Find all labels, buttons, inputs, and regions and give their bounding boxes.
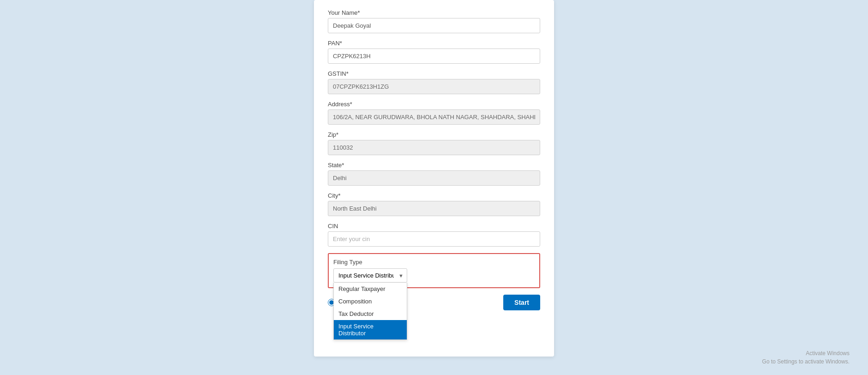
city-label: City* [328,192,540,199]
your-name-input[interactable] [328,18,540,33]
pan-group: PAN* [328,40,540,64]
pan-input[interactable] [328,48,540,64]
pan-label: PAN* [328,40,540,47]
windows-watermark: Activate Windows Go to Settings to activ… [762,349,850,366]
start-button[interactable]: Start [503,295,540,310]
address-group: Address* [328,101,540,125]
watermark-line2: Go to Settings to activate Windows. [762,357,850,366]
zip-label: Zip* [328,131,540,138]
gstin-label: GSTIN* [328,70,540,77]
filing-type-label: Filing Type [333,259,535,266]
address-input[interactable] [328,109,540,125]
state-input[interactable] [328,170,540,186]
address-label: Address* [328,101,540,108]
dropdown-item-composition[interactable]: Composition [334,295,407,308]
dropdown-list: Regular Taxpayer Composition Tax Deducto… [333,283,407,340]
city-input[interactable] [328,201,540,216]
filing-type-section: Filing Type Regular Taxpayer Composition… [328,253,540,288]
zip-input[interactable] [328,140,540,155]
zip-group: Zip* [328,131,540,155]
dropdown-item-isd[interactable]: Input Service Distributor [334,320,407,339]
state-label: State* [328,162,540,169]
city-group: City* [328,192,540,216]
your-name-label: Your Name* [328,9,540,16]
page-wrapper: Your Name* PAN* GSTIN* Address* Zip* Sta… [0,0,868,375]
state-group: State* [328,162,540,186]
cin-label: CIN [328,223,540,230]
gstin-input[interactable] [328,79,540,94]
filing-type-select-wrapper: Regular Taxpayer Composition Tax Deducto… [333,268,407,283]
dropdown-item-tax-deductor[interactable]: Tax Deductor [334,308,407,320]
cin-input[interactable] [328,231,540,247]
gstin-group: GSTIN* [328,70,540,94]
watermark-line1: Activate Windows [762,349,850,357]
your-name-group: Your Name* [328,9,540,33]
form-card: Your Name* PAN* GSTIN* Address* Zip* Sta… [314,0,554,357]
filing-type-select[interactable]: Regular Taxpayer Composition Tax Deducto… [333,268,407,283]
cin-group: CIN [328,223,540,247]
dropdown-item-regular-taxpayer[interactable]: Regular Taxpayer [334,283,407,295]
